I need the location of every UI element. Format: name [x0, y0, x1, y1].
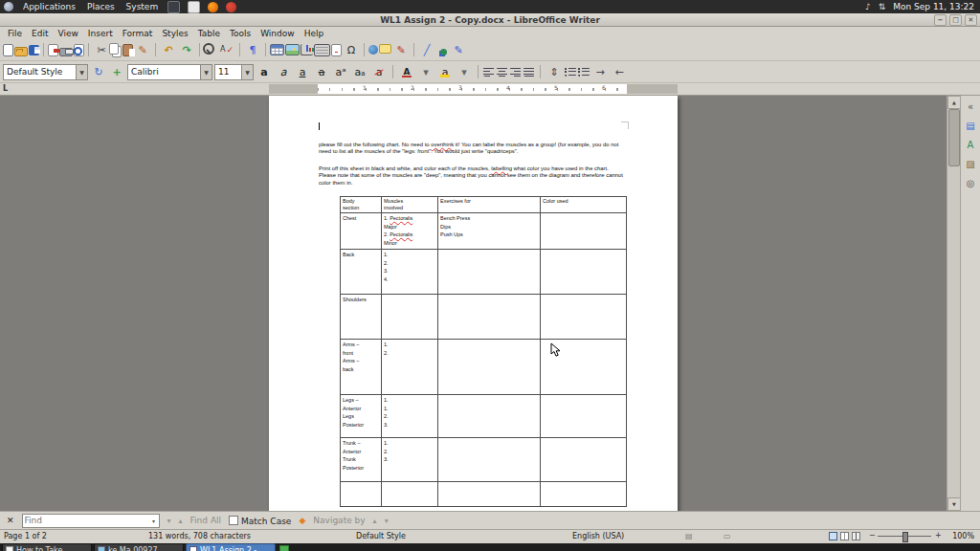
- taskbar-indicator-green[interactable]: [279, 545, 289, 551]
- align-center-icon[interactable]: [497, 67, 508, 77]
- scroll-down-button[interactable]: ▼: [947, 497, 961, 511]
- show-draw-functions-icon[interactable]: ✎: [450, 42, 467, 57]
- underline-icon[interactable]: a: [294, 64, 311, 79]
- strikethrough-icon[interactable]: a: [313, 64, 330, 79]
- table-cell[interactable]: [438, 395, 541, 438]
- paragraph[interactable]: please fill out the following chart. No …: [319, 142, 627, 156]
- menu-table[interactable]: Table: [193, 29, 225, 38]
- table-cell[interactable]: Trunk –AnteriorTrunkPosterior: [341, 438, 382, 482]
- tab-stop-selector[interactable]: L: [3, 84, 8, 93]
- formatting-marks-icon[interactable]: ¶: [244, 42, 261, 57]
- align-left-icon[interactable]: [483, 67, 495, 77]
- basic-shapes-icon[interactable]: [436, 46, 449, 55]
- navigate-previous-button[interactable]: ▴: [373, 517, 377, 525]
- applications-menu[interactable]: Applications: [21, 2, 78, 11]
- update-paragraph-style-icon[interactable]: ↻: [90, 64, 107, 79]
- table-cell[interactable]: [341, 482, 382, 507]
- menu-file[interactable]: File: [3, 29, 27, 38]
- table-cell[interactable]: 1.2.: [382, 340, 438, 395]
- navigate-next-button[interactable]: ▾: [385, 517, 389, 525]
- chevron-down-icon[interactable]: ▼: [76, 65, 87, 79]
- vertical-scrollbar[interactable]: ▲ ▼: [947, 96, 960, 511]
- insert-comment-icon[interactable]: [379, 44, 391, 54]
- terminal-launcher-icon[interactable]: [167, 1, 180, 13]
- minimize-button[interactable]: −: [934, 14, 947, 26]
- window-titlebar[interactable]: WL1 Assign 2 - Copy.docx - LibreOffice W…: [0, 13, 980, 27]
- menu-view[interactable]: View: [54, 29, 83, 38]
- multi-page-view-icon[interactable]: [840, 532, 849, 540]
- cut-icon[interactable]: ✂: [93, 42, 110, 57]
- zoom-slider[interactable]: [878, 532, 931, 540]
- page-style[interactable]: Default Style: [356, 532, 406, 540]
- table-cell[interactable]: [438, 295, 541, 340]
- selection-mode-icon[interactable]: ▭: [724, 532, 731, 540]
- clone-formatting-icon[interactable]: ✎: [134, 42, 151, 57]
- find-previous-button[interactable]: ▴: [179, 517, 183, 525]
- zoom-level[interactable]: 100%: [952, 532, 974, 540]
- book-view-icon[interactable]: [852, 532, 860, 540]
- package-manager-launcher-icon[interactable]: [226, 2, 236, 12]
- insert-line-icon[interactable]: ╱: [418, 42, 435, 57]
- scrollbar-thumb[interactable]: [948, 109, 960, 166]
- subscript-icon[interactable]: aₐ: [351, 64, 368, 79]
- clear-formatting-icon[interactable]: a: [370, 64, 388, 79]
- table-header-cell[interactable]: Bodysection: [341, 197, 382, 213]
- table-cell[interactable]: [438, 250, 541, 295]
- table-cell[interactable]: Shoulders: [341, 295, 382, 340]
- find-input[interactable]: [23, 516, 149, 526]
- bold-icon[interactable]: a: [256, 64, 273, 79]
- decrease-indent-icon[interactable]: ←: [611, 64, 628, 79]
- increase-indent-icon[interactable]: →: [591, 64, 609, 79]
- paragraph-style-combo[interactable]: Default Style ▼: [3, 64, 88, 80]
- table-header-cell[interactable]: Exercises for: [438, 197, 541, 213]
- insert-chart-icon[interactable]: [301, 44, 313, 55]
- copy-icon[interactable]: [109, 43, 119, 55]
- sidebar-menu-icon[interactable]: «: [963, 99, 978, 114]
- redo-icon[interactable]: ↷: [178, 42, 195, 57]
- insert-hyperlink-icon[interactable]: [368, 45, 378, 55]
- table-cell[interactable]: Arms –frontArms –back: [341, 340, 382, 395]
- table-cell[interactable]: Legs –AnteriorLegsPosterior: [341, 395, 382, 438]
- font-color-dropdown-icon[interactable]: ▾: [417, 64, 434, 79]
- table-cell[interactable]: [541, 213, 627, 250]
- table-cell[interactable]: 1.1.2.3.: [382, 395, 438, 438]
- line-spacing-icon[interactable]: ⇕: [546, 64, 563, 79]
- italic-icon[interactable]: a: [275, 64, 292, 79]
- track-changes-icon[interactable]: ✎: [392, 42, 410, 57]
- menu-tools[interactable]: Tools: [225, 29, 256, 38]
- font-name-combo[interactable]: Calibri ▼: [127, 64, 212, 80]
- table-cell[interactable]: [438, 438, 541, 482]
- save-status-icon[interactable]: ▤: [685, 532, 693, 540]
- table-cell[interactable]: 1.2.3.: [382, 438, 438, 482]
- export-pdf-icon[interactable]: [48, 44, 58, 56]
- insert-page-break-icon[interactable]: [331, 44, 342, 56]
- paste-icon[interactable]: [122, 44, 133, 56]
- empty-paragraph[interactable]: [319, 122, 627, 132]
- open-folder-icon[interactable]: [14, 47, 28, 56]
- print-preview-icon[interactable]: [74, 44, 84, 56]
- zoom-in-icon[interactable]: +: [935, 531, 942, 540]
- insert-image-icon[interactable]: [285, 44, 300, 55]
- align-right-icon[interactable]: [510, 67, 522, 77]
- numbered-list-icon[interactable]: [578, 67, 590, 77]
- highlight-color-dropdown-icon[interactable]: ▾: [456, 64, 473, 79]
- menu-window[interactable]: Window: [256, 29, 300, 38]
- superscript-icon[interactable]: aᵃ: [332, 64, 349, 79]
- table-cell[interactable]: 1. PectoralisMajor2. PectoralisMinor: [382, 213, 438, 250]
- taskbar-window-button[interactable]: WL1 Assign 2 -...: [186, 543, 276, 551]
- page-count[interactable]: Page 1 of 2: [4, 532, 47, 540]
- new-paragraph-style-icon[interactable]: +: [108, 64, 125, 79]
- table-cell[interactable]: [382, 295, 438, 340]
- text-language[interactable]: English (USA): [572, 532, 624, 540]
- find-and-replace-icon[interactable]: [203, 43, 214, 55]
- styles-icon[interactable]: A: [963, 138, 978, 152]
- chevron-down-icon[interactable]: ▼: [200, 65, 212, 79]
- table-header-cell[interactable]: Color used: [541, 197, 627, 213]
- find-all-button[interactable]: Find All: [190, 516, 221, 525]
- insert-special-character-icon[interactable]: Ω: [343, 42, 360, 57]
- clock[interactable]: Mon Sep 11, 13:22: [893, 2, 976, 11]
- find-history-dropdown-icon[interactable]: ▾: [149, 518, 159, 524]
- insert-textbox-icon[interactable]: [314, 44, 330, 56]
- navigator-icon[interactable]: ◎: [963, 176, 978, 190]
- menu-edit[interactable]: Edit: [27, 29, 53, 38]
